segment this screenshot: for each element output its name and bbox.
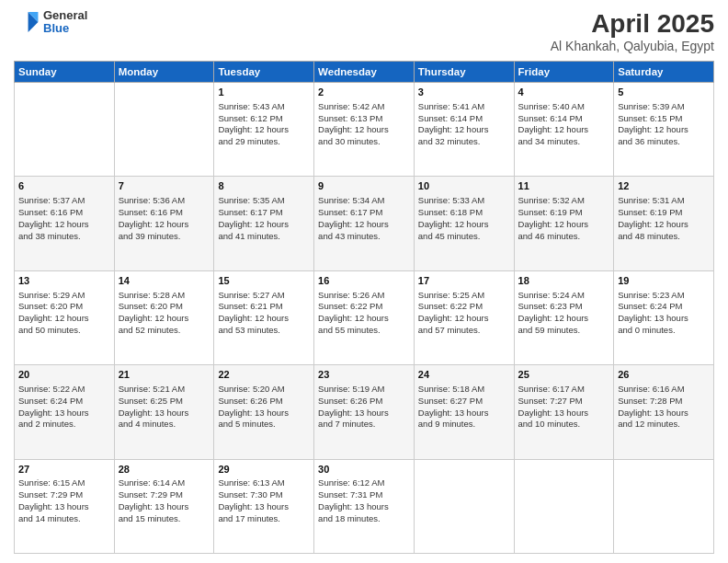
day-info-line: Sunrise: 6:17 AM [518,384,610,396]
day-number: 13 [18,274,110,288]
day-info-line: Sunrise: 5:31 AM [618,195,710,207]
day-info-line: and 0 minutes. [618,325,710,337]
day-number: 19 [618,274,710,288]
calendar-cell: 23Sunrise: 5:19 AMSunset: 6:26 PMDayligh… [314,365,415,459]
day-info-line: Sunrise: 5:43 AM [218,101,310,113]
logo-blue: Blue [43,22,87,35]
day-info-line: Daylight: 12 hours [218,313,310,325]
calendar-cell: 4Sunrise: 5:40 AMSunset: 6:14 PMDaylight… [514,83,614,177]
day-info-line: Daylight: 13 hours [119,408,210,419]
day-info-line: Sunrise: 6:16 AM [618,384,710,396]
day-number: 20 [18,368,110,382]
day-number: 2 [318,86,410,99]
day-info-line: Sunset: 7:28 PM [618,396,710,408]
calendar-cell: 11Sunrise: 5:32 AMSunset: 6:19 PMDayligh… [514,177,614,270]
day-info-line: and 43 minutes. [318,231,410,243]
day-info-line: Sunset: 7:29 PM [119,489,210,501]
day-info-line: Sunrise: 5:41 AM [418,101,510,113]
day-info-line: and 57 minutes. [418,325,510,337]
calendar-cell: 14Sunrise: 5:28 AMSunset: 6:20 PMDayligh… [114,270,214,364]
day-info-line: Sunrise: 5:18 AM [418,384,510,396]
day-number: 14 [119,274,210,288]
day-info-line: Daylight: 12 hours [18,219,110,231]
day-info-line: and 2 minutes. [18,419,110,431]
day-info-line: Sunrise: 5:23 AM [618,290,710,302]
title-block: April 2025 Al Khankah, Qalyubia, Egypt [551,9,714,53]
day-info-line: Sunset: 6:20 PM [119,301,210,313]
calendar-cell: 30Sunrise: 6:12 AMSunset: 7:31 PMDayligh… [314,459,415,553]
day-info-line: Daylight: 13 hours [318,501,410,513]
calendar-cell: 29Sunrise: 6:13 AMSunset: 7:30 PMDayligh… [214,459,314,553]
day-number: 27 [18,463,110,477]
day-info-line: Sunset: 7:30 PM [218,489,310,501]
day-info-line: and 32 minutes. [418,136,510,148]
day-info-line: Sunset: 6:14 PM [518,113,610,125]
day-info-line: and 59 minutes. [518,325,610,337]
day-number: 22 [218,368,310,382]
day-info-line: Sunrise: 5:39 AM [618,101,710,113]
day-info-line: and 52 minutes. [119,325,210,337]
day-info-line: Sunrise: 5:42 AM [318,101,410,113]
calendar-week-row: 6Sunrise: 5:37 AMSunset: 6:16 PMDaylight… [15,177,714,270]
day-info-line: Sunset: 6:16 PM [119,207,210,219]
day-info-line: and 30 minutes. [318,136,410,148]
day-info-line: Sunrise: 5:33 AM [418,195,510,207]
day-info-line: Sunrise: 5:20 AM [218,384,310,396]
calendar-cell: 9Sunrise: 5:34 AMSunset: 6:17 PMDaylight… [314,177,415,270]
day-info-line: and 45 minutes. [418,231,510,243]
day-info-line: Daylight: 12 hours [318,313,410,325]
day-info-line: Sunrise: 5:35 AM [218,195,310,207]
title-location: Al Khankah, Qalyubia, Egypt [551,39,714,53]
day-info-line: Sunrise: 5:25 AM [418,290,510,302]
logo: General Blue [14,9,87,36]
day-number: 12 [618,179,710,193]
day-info-line: Sunrise: 5:22 AM [18,384,110,396]
calendar-body: 1Sunrise: 5:43 AMSunset: 6:12 PMDaylight… [15,83,714,554]
day-info-line: and 46 minutes. [518,231,610,243]
calendar-cell: 24Sunrise: 5:18 AMSunset: 6:27 PMDayligh… [414,365,514,459]
day-info-line: Sunset: 6:27 PM [418,396,510,408]
day-info-line: and 41 minutes. [218,231,310,243]
day-info-line: Daylight: 12 hours [518,313,610,325]
calendar-cell [614,459,714,553]
day-info-line: and 29 minutes. [218,136,310,148]
day-info-line: Sunset: 6:14 PM [418,113,510,125]
day-info-line: Daylight: 13 hours [18,501,110,513]
day-info-line: Daylight: 12 hours [418,313,510,325]
day-info-line: Sunrise: 5:26 AM [318,290,410,302]
day-number: 10 [418,179,510,193]
day-info-line: Daylight: 12 hours [618,219,710,231]
day-info-line: and 55 minutes. [318,325,410,337]
day-number: 24 [418,368,510,382]
day-number: 5 [618,86,710,99]
day-info-line: Sunrise: 5:19 AM [318,384,410,396]
day-info-line: Sunset: 6:15 PM [618,113,710,125]
day-number: 1 [218,86,310,99]
day-info-line: Sunrise: 6:15 AM [18,477,110,489]
day-number: 6 [18,179,110,193]
day-header-friday: Friday [514,62,614,83]
calendar-cell: 22Sunrise: 5:20 AMSunset: 6:26 PMDayligh… [214,365,314,459]
calendar-week-row: 20Sunrise: 5:22 AMSunset: 6:24 PMDayligh… [15,365,714,459]
day-info-line: Sunset: 6:18 PM [418,207,510,219]
day-number: 3 [418,86,510,99]
day-info-line: Daylight: 12 hours [18,313,110,325]
day-number: 18 [518,274,610,288]
logo-icon [14,9,40,35]
calendar-cell: 7Sunrise: 5:36 AMSunset: 6:16 PMDaylight… [114,177,214,270]
day-info-line: Daylight: 12 hours [518,219,610,231]
day-info-line: Sunrise: 5:40 AM [518,101,610,113]
day-info-line: Daylight: 12 hours [418,219,510,231]
day-info-line: Sunset: 6:23 PM [518,301,610,313]
day-info-line: Sunrise: 5:34 AM [318,195,410,207]
day-info-line: Sunrise: 6:13 AM [218,477,310,489]
day-number: 29 [218,463,310,477]
day-info-line: Sunset: 6:26 PM [218,396,310,408]
day-info-line: Sunset: 6:17 PM [218,207,310,219]
calendar-cell: 15Sunrise: 5:27 AMSunset: 6:21 PMDayligh… [214,270,314,364]
day-info-line: Daylight: 13 hours [218,501,310,513]
day-info-line: Sunset: 6:13 PM [318,113,410,125]
calendar-cell [414,459,514,553]
title-month: April 2025 [551,9,714,39]
day-info-line: and 14 minutes. [18,513,110,525]
